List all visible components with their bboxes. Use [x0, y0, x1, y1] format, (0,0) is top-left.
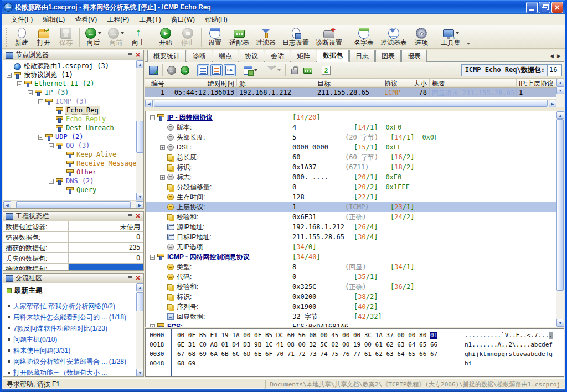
- tree-item-6[interactable]: Echo Reply: [3, 115, 136, 123]
- dropdown-caret-icon[interactable]: [277, 69, 281, 71]
- tree-expand-icon[interactable]: [17, 81, 22, 86]
- toolbar-button-back-arrow[interactable]: 向后: [82, 26, 105, 48]
- tab-3[interactable]: 协议: [239, 50, 264, 62]
- node-tree-vscrollbar[interactable]: [136, 60, 143, 200]
- tree-item-10[interactable]: Keep Alive: [3, 150, 136, 159]
- dropdown-caret-icon[interactable]: [121, 32, 124, 34]
- packet-row-0[interactable]: 105:44:12.136013192.168.1.212211.155.28.…: [145, 88, 556, 97]
- column-header-0[interactable]: 编号: [145, 79, 167, 88]
- toolbar-button-options-gear[interactable]: 选项: [410, 26, 432, 48]
- decode-row-4[interactable]: 总长度:60(60 字节)[16/2]: [146, 152, 556, 162]
- tab-0[interactable]: 概要统计: [147, 50, 186, 62]
- tab-9[interactable]: 报表: [401, 50, 427, 62]
- scroll-right-icon[interactable]: [136, 201, 143, 209]
- toolbar-button-open-folder[interactable]: 打开: [33, 26, 55, 48]
- tree-expand-icon[interactable]: [150, 324, 155, 327]
- tab-scroll-right-icon[interactable]: [556, 53, 562, 60]
- tree-expand-icon[interactable]: [160, 175, 165, 180]
- tree-item-7[interactable]: Dest Unreach: [3, 123, 136, 132]
- decode-row-20[interactable]: 回显数据:32 字节[42/32]: [146, 312, 556, 322]
- tab-8[interactable]: 图表: [375, 50, 401, 62]
- scroll-up-icon[interactable]: [136, 60, 143, 68]
- community-topic-link[interactable]: 问题主机(0/10): [7, 335, 135, 344]
- decode-row-16[interactable]: 代码:0[35/1]: [146, 272, 556, 282]
- menu-item-5[interactable]: 窗口(W): [166, 14, 200, 25]
- community-topic-link[interactable]: 科来使用问题(3/31): [7, 346, 135, 355]
- toolbar-button-start-play[interactable]: 开始: [154, 26, 177, 48]
- tab-7[interactable]: 日志: [349, 50, 375, 62]
- tree-expand-icon[interactable]: [150, 115, 155, 120]
- tab-2[interactable]: 端点: [213, 50, 238, 62]
- toolbar-button-diagnosis-settings[interactable]: 诊断设置: [312, 26, 346, 48]
- toolbar-button-filter-table[interactable]: 过滤器表: [377, 26, 410, 48]
- packet-toolbar-view-hex-button[interactable]: 6A: [224, 64, 236, 76]
- toolbar-button-name-table[interactable]: 名字表: [350, 26, 377, 48]
- packet-toolbar-back-button[interactable]: [166, 64, 178, 76]
- column-header-5[interactable]: 大小: [409, 79, 430, 88]
- column-header-7[interactable]: IP:上层协议: [517, 79, 556, 88]
- scroll-up-icon[interactable]: [136, 283, 143, 291]
- hex-bytes-column[interactable]: 00 0F B5 E1 19 1A 00 0F B5 DC 60 56 08 0…: [171, 329, 460, 376]
- menu-item-6[interactable]: 帮助(H): [200, 14, 233, 25]
- community-topic-link[interactable]: 大家帮帮忙 帮我分析分析网络(0/2): [7, 302, 135, 311]
- tree-expand-icon[interactable]: [38, 99, 43, 104]
- packet-toolbar-forward-button[interactable]: [179, 64, 191, 76]
- scroll-right-icon[interactable]: [549, 100, 556, 107]
- minimize-button[interactable]: [526, 2, 538, 13]
- decode-row-3[interactable]: DSF:0000 0000[15/1]0xFF: [146, 142, 556, 152]
- scroll-up-icon[interactable]: [556, 79, 564, 86]
- decode-vscrollbar[interactable]: [556, 111, 564, 327]
- packet-toolbar-view-detail-button[interactable]: [210, 64, 223, 76]
- toolbar-grip[interactable]: [6, 28, 8, 47]
- tree-item-1[interactable]: 按协议浏览 (1): [3, 70, 136, 79]
- column-header-3[interactable]: 目标: [315, 79, 382, 88]
- toolbar-button-new-document[interactable]: 新建: [11, 26, 33, 48]
- tree-expand-icon[interactable]: [49, 179, 54, 184]
- tab-4[interactable]: 会话: [265, 50, 290, 62]
- decode-row-18[interactable]: 标识:0x0200[38/2]: [146, 292, 556, 302]
- scroll-up-icon[interactable]: [556, 111, 564, 119]
- dropdown-caret-icon[interactable]: [254, 69, 257, 71]
- scroll-left-icon[interactable]: [145, 100, 153, 107]
- toolbar-button-settings-table[interactable]: 设置: [204, 26, 226, 48]
- tab-1[interactable]: 诊断: [187, 50, 212, 62]
- tab-6[interactable]: 数据包: [317, 50, 349, 62]
- node-tree-hscrollbar[interactable]: [3, 200, 143, 208]
- close-panel-icon[interactable]: [135, 213, 141, 220]
- packet-list-vscrollbar[interactable]: [556, 79, 564, 107]
- tree-item-4[interactable]: ICMP (3): [3, 97, 136, 106]
- menu-item-1[interactable]: 编辑(E): [38, 14, 70, 25]
- decode-row-13[interactable]: 无IP选项[34/0]: [146, 242, 556, 252]
- packet-list-hscrollbar[interactable]: [145, 99, 556, 107]
- toolbar-overflow-button[interactable]: [465, 28, 472, 47]
- decode-row-7[interactable]: 分段偏移量:0[20/2]0x1FFF: [146, 182, 556, 192]
- scroll-down-icon[interactable]: [556, 86, 564, 94]
- tree-expand-icon[interactable]: [49, 143, 54, 148]
- packet-toolbar-refresh-button[interactable]: [320, 64, 332, 76]
- packet-toolbar-make-table-button[interactable]: [242, 64, 259, 76]
- decode-row-9[interactable]: 上层协议:1(ICMP)[23/1]: [146, 202, 556, 212]
- dropdown-caret-icon[interactable]: [456, 32, 459, 34]
- tree-item-14[interactable]: Query: [3, 185, 136, 194]
- menu-item-2[interactable]: 查看(V): [70, 14, 102, 25]
- toolbar-button-adapter-card[interactable]: 适配器: [226, 26, 252, 48]
- packet-toolbar-adapter-button[interactable]: [302, 65, 314, 75]
- pin-icon[interactable]: [127, 53, 132, 58]
- column-header-4[interactable]: 协议: [382, 79, 409, 88]
- close-button[interactable]: [551, 2, 563, 13]
- community-topic-link[interactable]: 网络协议分析软件安装部署合 ... (1/28): [7, 357, 135, 367]
- toolbar-button-filter-funnel[interactable]: 过滤器: [252, 26, 279, 48]
- tree-expand-icon[interactable]: [38, 135, 43, 140]
- decode-row-5[interactable]: 标识:0x1A37(6711)[18/2]: [146, 162, 556, 172]
- tree-expand-icon[interactable]: [150, 255, 155, 260]
- tree-item-11[interactable]: Receive Message: [3, 159, 136, 168]
- tree-expand-icon[interactable]: [28, 90, 33, 95]
- decode-row-17[interactable]: 校验和:0x325C(正确)[36/2]: [146, 282, 556, 292]
- pin-icon[interactable]: [127, 214, 132, 219]
- tree-item-9[interactable]: QQ (3): [3, 141, 136, 150]
- menu-item-3[interactable]: 工程(P): [102, 14, 134, 25]
- scroll-down-icon[interactable]: [136, 193, 143, 200]
- decode-row-19[interactable]: 序列号:0x1900[40/2]: [146, 302, 556, 312]
- scroll-left-icon[interactable]: [3, 201, 11, 209]
- tree-item-13[interactable]: DNS (2): [3, 177, 136, 185]
